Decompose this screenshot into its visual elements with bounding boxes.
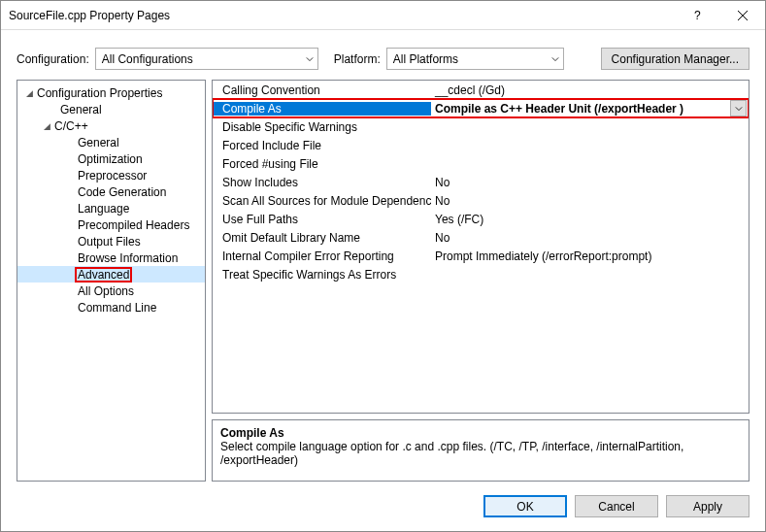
configuration-select[interactable]: All Configurations <box>95 48 318 70</box>
property-grid[interactable]: Calling Convention__cdecl (/Gd) Compile … <box>212 80 749 414</box>
titlebar: SourceFile.cpp Property Pages ? <box>1 1 765 30</box>
platform-label: Platform: <box>334 52 381 66</box>
tree-item-preprocessor[interactable]: Preprocessor <box>17 167 205 183</box>
configuration-label: Configuration: <box>17 52 89 66</box>
prop-row-calling-convention[interactable]: Calling Convention__cdecl (/Gd) <box>213 81 749 99</box>
help-panel: Compile As Select compile language optio… <box>212 419 749 482</box>
prop-row-disable-warnings[interactable]: Disable Specific Warnings <box>213 117 749 136</box>
prop-row-forced-include[interactable]: Forced Include File <box>213 136 749 154</box>
prop-row-ice-reporting[interactable]: Internal Compiler Error ReportingPrompt … <box>213 247 749 265</box>
prop-row-use-full-paths[interactable]: Use Full PathsYes (/FC) <box>213 210 749 228</box>
config-bar: Configuration: All Configurations Platfo… <box>1 30 765 80</box>
nav-tree[interactable]: ◢Configuration Properties General ◢C/C++… <box>17 80 206 482</box>
apply-button[interactable]: Apply <box>666 495 749 517</box>
dialog-footer: OK Cancel Apply <box>1 487 765 531</box>
tree-item-optimization[interactable]: Optimization <box>17 150 205 167</box>
platform-select[interactable]: All Platforms <box>386 48 564 70</box>
chevron-down-icon <box>306 52 314 66</box>
prop-row-omit-default-lib[interactable]: Omit Default Library NameNo <box>213 228 749 247</box>
tree-item-browse[interactable]: Browse Information <box>17 249 205 266</box>
ok-button[interactable]: OK <box>483 495 567 517</box>
collapse-icon[interactable]: ◢ <box>23 88 35 98</box>
cancel-button[interactable]: Cancel <box>575 495 658 517</box>
tree-item-config-properties[interactable]: ◢Configuration Properties <box>17 84 205 101</box>
prop-row-compile-as[interactable]: Compile As Compile as C++ Header Unit (/… <box>213 99 749 117</box>
tree-item-pch[interactable]: Precompiled Headers <box>17 216 205 233</box>
help-title: Compile As <box>220 426 741 440</box>
prop-row-show-includes[interactable]: Show IncludesNo <box>213 173 749 191</box>
prop-row-treat-warnings[interactable]: Treat Specific Warnings As Errors <box>213 265 749 283</box>
prop-row-scan-sources[interactable]: Scan All Sources for Module Dependencies… <box>213 191 749 210</box>
close-button[interactable] <box>720 1 765 30</box>
help-button[interactable]: ? <box>676 1 720 30</box>
svg-text:?: ? <box>694 11 701 20</box>
window-title: SourceFile.cpp Property Pages <box>9 9 676 22</box>
chevron-down-icon <box>551 52 559 66</box>
tree-item-cmdline[interactable]: Command Line <box>17 299 205 316</box>
tree-item-language[interactable]: Language <box>17 200 205 216</box>
tree-item-output[interactable]: Output Files <box>17 233 205 249</box>
collapse-icon[interactable]: ◢ <box>41 121 52 131</box>
platform-value: All Platforms <box>393 52 458 66</box>
dropdown-button[interactable] <box>730 100 747 116</box>
tree-item-cxx[interactable]: ◢C/C++ <box>17 117 205 134</box>
prop-row-forced-using[interactable]: Forced #using File <box>213 154 749 173</box>
tree-item-general[interactable]: General <box>17 134 205 150</box>
help-text: Select compile language option for .c an… <box>220 440 741 467</box>
tree-item-codegen[interactable]: Code Generation <box>17 183 205 200</box>
tree-item-advanced[interactable]: Advanced <box>17 266 205 283</box>
tree-item-general-root[interactable]: General <box>17 101 205 117</box>
configuration-value: All Configurations <box>102 52 193 66</box>
property-pages-dialog: SourceFile.cpp Property Pages ? Configur… <box>0 0 766 532</box>
configuration-manager-button[interactable]: Configuration Manager... <box>601 48 749 70</box>
tree-item-alloptions[interactable]: All Options <box>17 283 205 299</box>
